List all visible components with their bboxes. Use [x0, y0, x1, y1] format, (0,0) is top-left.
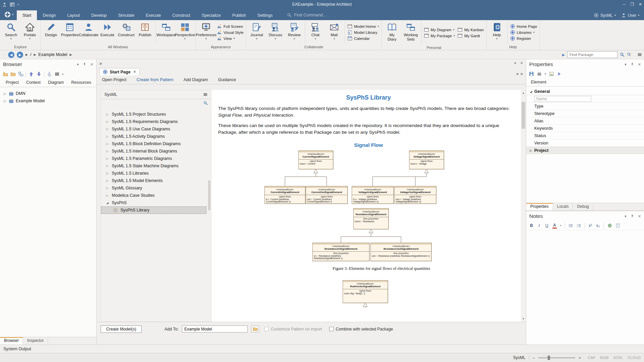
uml-class-CurrentOutSignalElement[interactable]: «interfaceBlock»CurrentOutSignalElements… — [306, 186, 348, 204]
ribbon-button-my-gantt[interactable]: My Gantt — [457, 33, 484, 38]
uml-class-VoltageSignalElement[interactable]: «interfaceBlock»VoltageSignalElementsign… — [409, 150, 444, 169]
ribbon-button-model-home[interactable]: Model Home▾ — [347, 24, 379, 29]
tab-scroll-left-icon[interactable]: ◀ — [516, 72, 518, 75]
panel-close-icon[interactable]: ✕ — [638, 214, 641, 219]
ribbon-tab-specialize[interactable]: Specialize — [196, 10, 227, 20]
pattern-item-sysml-1-5-parametric-diagrams[interactable]: ▷SysML 1.5 Parametric Diagrams — [101, 155, 211, 162]
quick-access-dropdown-icon[interactable]: ▾ — [17, 3, 19, 6]
ribbon-button-perspective[interactable]: Perspective▾ — [176, 20, 194, 45]
hyperlink-button[interactable] — [607, 223, 612, 228]
expand-icon[interactable]: ◢ — [529, 90, 533, 93]
tab-close-icon[interactable]: ✕ — [133, 70, 136, 74]
save-icon[interactable] — [529, 71, 534, 76]
pattern-scrollbar-thumb[interactable] — [208, 180, 210, 210]
ribbon-button-portals[interactable]: Portals▾ — [20, 20, 39, 45]
new-note-button[interactable] — [615, 223, 620, 228]
minimize-button[interactable]: ─ — [623, 2, 626, 7]
expand-icon[interactable]: ▷ — [106, 157, 109, 160]
ribbon-button-search[interactable]: Search▾ — [2, 20, 20, 45]
expand-icon[interactable]: ▷ — [106, 120, 109, 123]
pattern-item-sysphs-library[interactable]: SysPhS Library — [101, 206, 206, 214]
properties-dock-tab-locals[interactable]: Locals — [553, 203, 573, 210]
arrow-down-icon[interactable] — [36, 71, 42, 77]
properties-dock-tab-debug[interactable]: Debug — [573, 203, 593, 210]
breadcrumb-chevron-icon[interactable]: ▶ — [26, 53, 28, 56]
expand-icon[interactable]: ▷ — [529, 149, 533, 152]
browse-package-button[interactable] — [251, 325, 259, 333]
arrow-up-icon[interactable] — [29, 71, 34, 77]
ribbon-button-publish[interactable]: Publish — [136, 20, 154, 45]
superscript-button[interactable]: x² — [588, 223, 593, 228]
number-list-button[interactable]: 123 — [577, 223, 581, 228]
element-image-icon[interactable] — [549, 71, 554, 76]
panel-close-icon[interactable]: ✕ — [638, 62, 641, 67]
ribbon-button-home-page[interactable]: Home Page — [510, 24, 537, 29]
ribbon-button-my-package[interactable]: My Package▾ — [424, 33, 455, 38]
create-models-button[interactable]: Create Model(s) — [101, 325, 142, 333]
tab-scroll-right-icon[interactable]: ▶ — [521, 72, 523, 75]
ribbon-tab-construct[interactable]: Construct — [167, 10, 196, 20]
font-color-button[interactable]: A — [552, 223, 557, 229]
properties-dock-tab-properties[interactable]: Properties — [526, 203, 553, 210]
maximize-button[interactable]: ❐ — [630, 2, 634, 7]
ribbon-button-workspace[interactable]: Workspace — [157, 20, 176, 45]
breadcrumb-chevron-icon[interactable]: ▶ — [34, 53, 36, 56]
ribbon-button-my-kanban[interactable]: My Kanban — [457, 27, 484, 32]
properties-element-tab[interactable]: Element — [528, 78, 550, 86]
subscript-button[interactable]: x₂ — [596, 223, 600, 228]
name-field[interactable] — [534, 96, 591, 102]
scroll-down-icon[interactable]: ▼ — [522, 316, 525, 321]
nav-back-button[interactable]: ◀ — [8, 52, 14, 58]
ribbon-button-visual-style[interactable]: Visual Style — [217, 30, 244, 35]
properties-group-project[interactable]: ▷Project — [526, 147, 644, 154]
search-icon[interactable] — [620, 52, 625, 57]
uml-class-ResistanceSignalElement[interactable]: «interfaceBlock»ResistanceSignalElementf… — [353, 208, 389, 229]
expand-icon[interactable]: ▷ — [106, 127, 109, 131]
uml-class-ResistanceOutSignalElement[interactable]: «interfaceBlock»ResistanceOutSignalEleme… — [370, 243, 432, 261]
ribbon-button-help[interactable]: Help▾ — [488, 20, 506, 45]
tab-area-close-icon[interactable]: ✕ — [520, 61, 523, 65]
ribbon-button-construct[interactable]: Construct — [117, 20, 136, 45]
panel-close-icon[interactable]: ✕ — [90, 62, 93, 67]
diagram-icon[interactable] — [18, 71, 23, 77]
uml-class-CurrentSignalElement[interactable]: «interfaceBlock»CurrentSignalElementsign… — [298, 150, 333, 169]
breadcrumb-root[interactable]: / — [30, 52, 31, 57]
uml-class-VoltageOutSignalElement[interactable]: «interfaceBlock»VoltageOutSignalElements… — [394, 186, 436, 204]
search-options-icon[interactable] — [627, 52, 632, 57]
hand-icon[interactable] — [47, 71, 52, 77]
uml-class-VoltageInSignalElement[interactable]: «interfaceBlock»VoltageInSignalElementsi… — [352, 186, 394, 204]
checkbox-box[interactable] — [329, 327, 334, 331]
ribbon-button-chat[interactable]: Chat▾ — [306, 20, 325, 45]
pattern-item-modelica-case-studies[interactable]: ▷Modelica Case Studies — [101, 192, 211, 199]
expand-arrow-icon[interactable]: ▶ — [562, 53, 565, 57]
combine-package-checkbox[interactable]: Combine with selected Package — [329, 327, 393, 331]
ribbon-button-journal[interactable]: Journal▾ — [247, 20, 266, 45]
pattern-item-sysml-1-5-state-machine-diagrams[interactable]: ▷SysML 1.5 State Machine Diagrams — [101, 162, 211, 170]
advance-icon[interactable] — [557, 72, 561, 76]
ribbon-tab-develop[interactable]: Develop — [86, 10, 112, 20]
topbar-user-badge[interactable]: User▾ — [621, 13, 639, 18]
uml-class-ResistanceInSignalElement[interactable]: «interfaceBlock»ResistanceInSignalElemen… — [312, 243, 369, 261]
expand-icon[interactable]: ◢ — [106, 201, 109, 204]
subnav-guidance[interactable]: Guidance — [218, 77, 236, 82]
panel-pin-icon[interactable] — [630, 62, 634, 66]
ribbon-button-register[interactable]: Register — [510, 36, 537, 41]
scrollbar-thumb[interactable] — [522, 102, 525, 129]
find-package-input[interactable] — [567, 51, 617, 58]
find-command-box[interactable]: Find Command... — [287, 13, 326, 20]
pattern-item-sysml-1-5-model-elements[interactable]: ▷SysML 1.5 Model Elements — [101, 177, 211, 184]
tab-area-dropdown-icon[interactable]: ▾ — [514, 61, 516, 65]
ribbon-button-design[interactable]: Design — [42, 20, 60, 45]
ribbon-tab-settings[interactable]: Settings — [252, 10, 278, 20]
properties-row-type[interactable]: Type — [526, 103, 644, 110]
ribbon-tab-design[interactable]: Design — [37, 10, 61, 20]
italic-button[interactable]: I — [537, 223, 541, 228]
ribbon-button-full-screen[interactable]: Full Screen — [217, 24, 244, 29]
system-output-bar[interactable]: System Output — [0, 345, 644, 353]
panel-dropdown-icon[interactable]: ▾ — [625, 214, 627, 219]
subnav-open-project[interactable]: Open Project — [102, 77, 127, 82]
app-logo[interactable]: ▾ — [0, 11, 17, 20]
toolbar-menu-icon[interactable] — [637, 52, 642, 57]
quick-access-window-icon[interactable] — [10, 2, 15, 7]
ribbon-button-execute[interactable]: Execute — [98, 20, 117, 45]
